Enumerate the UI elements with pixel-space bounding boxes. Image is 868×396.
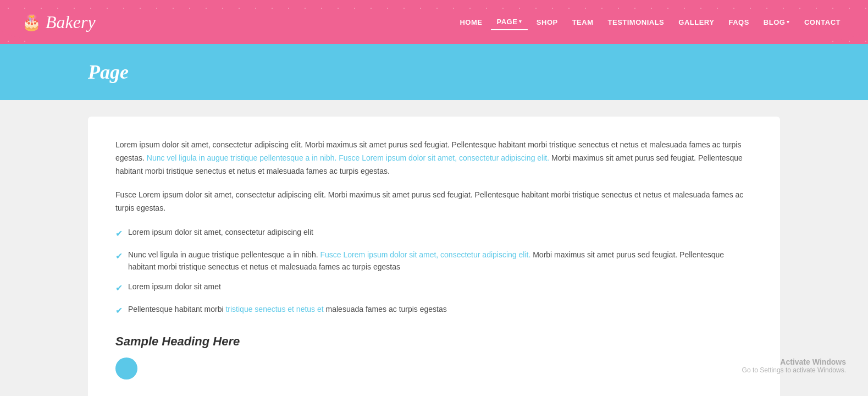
nav-blog[interactable]: BLOG ▾	[758, 15, 795, 30]
nav-shop[interactable]: SHOP	[531, 15, 563, 30]
checklist-item-4: ✔ Pellentesque habitant morbi tristique …	[115, 303, 753, 318]
content-card: Lorem ipsum dolor sit amet, consectetur …	[88, 117, 780, 396]
blue-circle-decoration	[115, 358, 137, 380]
para1-highlight: Nunc vel ligula in augue tristique pelle…	[147, 153, 549, 162]
check-icon: ✔	[115, 304, 123, 318]
header: 🎂 Bakery HOME PAGE ▾ SHOP TEAM TESTIMONI…	[0, 0, 868, 44]
logo[interactable]: 🎂 Bakery	[22, 12, 96, 32]
paragraph-1: Lorem ipsum dolor sit amet, consectetur …	[115, 139, 753, 178]
content-wrapper: Lorem ipsum dolor sit amet, consectetur …	[0, 100, 868, 396]
check-icon: ✔	[115, 227, 123, 241]
chevron-down-icon: ▾	[787, 19, 790, 25]
cake-icon: 🎂	[22, 13, 41, 31]
nav-faqs[interactable]: FAQS	[723, 15, 754, 30]
checklist: ✔ Lorem ipsum dolor sit amet, consectetu…	[115, 226, 753, 318]
main-nav: HOME PAGE ▾ SHOP TEAM TESTIMONIALS GALLE…	[454, 14, 846, 30]
check-icon: ✔	[115, 281, 123, 295]
checklist-item-1-text: Lorem ipsum dolor sit amet, consectetur …	[128, 226, 313, 238]
checklist-item-1: ✔ Lorem ipsum dolor sit amet, consectetu…	[115, 226, 753, 241]
nav-team[interactable]: TEAM	[567, 15, 599, 30]
page-banner: Page	[0, 44, 868, 100]
chevron-down-icon: ▾	[519, 19, 522, 24]
nav-contact[interactable]: CONTACT	[799, 15, 846, 30]
nav-home[interactable]: HOME	[454, 15, 488, 30]
checklist-item-2: ✔ Nunc vel ligula in augue tristique pel…	[115, 249, 753, 273]
sample-heading: Sample Heading Here	[115, 334, 753, 349]
nav-gallery[interactable]: GALLERY	[673, 15, 720, 30]
page-title: Page	[88, 61, 780, 84]
checklist-item-3: ✔ Lorem ipsum dolor sit amet	[115, 280, 753, 295]
nav-testimonials[interactable]: TESTIMONIALS	[602, 15, 670, 30]
paragraph-2: Fusce Lorem ipsum dolor sit amet, consec…	[115, 189, 753, 215]
checklist-item-3-text: Lorem ipsum dolor sit amet	[128, 280, 221, 293]
checklist-item-4-text: Pellentesque habitant morbi tristique se…	[128, 303, 447, 315]
logo-text: Bakery	[46, 12, 96, 32]
check-icon: ✔	[115, 249, 123, 263]
nav-page[interactable]: PAGE ▾	[491, 14, 527, 30]
checklist-item-2-text: Nunc vel ligula in augue tristique pelle…	[128, 249, 753, 273]
